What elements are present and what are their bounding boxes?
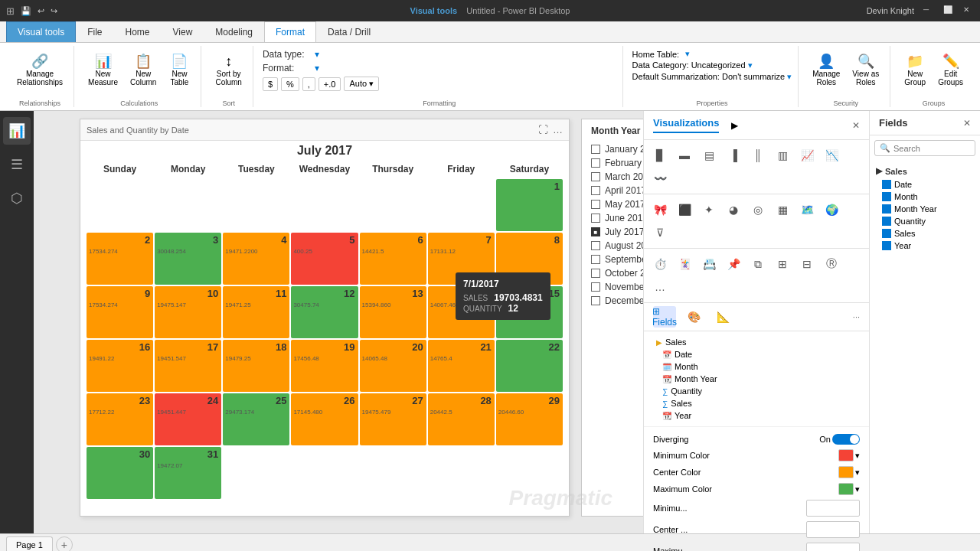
quick-access-redo[interactable]: ↪ xyxy=(51,6,57,16)
field-cb-sales[interactable] xyxy=(882,229,891,238)
viz-icon-matrix[interactable]: ⊟ xyxy=(795,253,818,275)
calendar-cell[interactable]: 1019475.147 xyxy=(155,286,221,338)
new-column-btn[interactable]: 📋 NewColumn xyxy=(126,51,161,90)
viz-icon-pie[interactable]: ◕ xyxy=(722,199,745,220)
field-item-sales[interactable]: Sales xyxy=(876,227,974,240)
viz-icon-ribbon[interactable]: 🎀 xyxy=(648,199,671,220)
calendar-cell[interactable]: 330048.254 xyxy=(155,233,221,285)
sort-by-column-btn[interactable]: ↕️ Sort byColumn xyxy=(211,51,246,90)
calendar-cell[interactable]: 1619491.22 xyxy=(87,340,153,392)
calendar-cell[interactable]: 1 xyxy=(496,179,563,231)
month-checkbox[interactable] xyxy=(591,158,600,168)
month-filter-item[interactable]: September 2017 xyxy=(591,253,643,266)
viz-format-paint-btn[interactable]: 🎨 xyxy=(682,306,705,328)
field-cb-month[interactable] xyxy=(882,192,891,201)
fields-search[interactable]: 🔍 xyxy=(874,140,975,156)
month-filter-item[interactable]: May 2017 xyxy=(591,197,643,211)
calendar-cell[interactable]: 2617145.480 xyxy=(291,393,358,445)
field-cb-quantity[interactable] xyxy=(882,217,891,226)
dollar-btn[interactable]: $ xyxy=(263,77,278,91)
calendar-cell[interactable]: 1719451.547 xyxy=(155,340,221,392)
month-checkbox[interactable] xyxy=(591,282,600,292)
viz-icon-area[interactable]: 📉 xyxy=(820,145,843,166)
minimize-btn[interactable]: ─ xyxy=(923,5,934,16)
field-sales[interactable]: ∑ Sales xyxy=(659,397,860,409)
calendar-cell[interactable]: 2920446.60 xyxy=(496,393,563,445)
view-as-roles-btn[interactable]: 🔍 View asRoles xyxy=(848,51,884,90)
close-btn[interactable]: ✕ xyxy=(963,5,974,16)
month-checkbox[interactable] xyxy=(591,145,600,154)
tab-data-drill[interactable]: Data / Drill xyxy=(316,21,382,42)
month-checkbox[interactable] xyxy=(591,186,600,195)
viz-icon-more[interactable]: … xyxy=(648,276,671,298)
viz-icon-slicer[interactable]: ⧉ xyxy=(746,253,769,275)
calendar-cell[interactable]: 2719475.479 xyxy=(360,393,426,445)
add-page-btn[interactable]: + xyxy=(56,536,73,552)
maximize-btn[interactable]: ⬜ xyxy=(943,5,954,16)
calendar-cell[interactable]: 2014065.48 xyxy=(360,340,426,392)
calendar-cell[interactable]: 2419451.447 xyxy=(155,393,221,445)
month-checkbox[interactable] xyxy=(591,241,600,250)
tab-visual-tools[interactable]: Visual tools xyxy=(6,21,76,42)
month-checkbox[interactable] xyxy=(591,269,600,278)
month-filter-item[interactable]: November 2017 xyxy=(591,280,643,294)
month-filter-item[interactable]: August 2017 xyxy=(591,239,643,253)
calendar-cell[interactable] xyxy=(360,447,426,499)
format-value[interactable]: ▾ xyxy=(315,63,319,73)
viz-icon-scatter[interactable]: ✦ xyxy=(697,199,720,220)
calendar-cell[interactable] xyxy=(291,447,358,499)
calendar-cell[interactable]: 1917456.48 xyxy=(291,340,358,392)
field-cb-month-year[interactable] xyxy=(882,204,891,214)
field-month-year[interactable]: 📆 Month Year xyxy=(659,373,860,385)
fields-search-input[interactable] xyxy=(893,144,970,153)
viz-icon-map[interactable]: 🗺️ xyxy=(795,199,818,220)
calendar-cell[interactable]: 917534.274 xyxy=(87,286,153,338)
tab-modeling[interactable]: Modeling xyxy=(204,21,264,42)
viz-icon-kpi[interactable]: 📌 xyxy=(722,253,745,275)
field-month[interactable]: 🗓️ Month xyxy=(659,360,860,373)
max-color-swatch-group[interactable]: ▾ xyxy=(838,483,860,495)
viz-icon-r-visual[interactable]: Ⓡ xyxy=(820,253,843,275)
increase-decimal-btn[interactable]: +.0 xyxy=(318,77,341,91)
field-item-year[interactable]: Year xyxy=(876,240,974,252)
maximum-input[interactable] xyxy=(806,543,860,551)
calendar-cell[interactable] xyxy=(428,179,495,231)
calendar-cell[interactable]: 22 xyxy=(496,340,563,392)
percent-btn[interactable]: % xyxy=(281,77,299,91)
month-filter-item[interactable]: December 2017 xyxy=(591,294,643,308)
month-filter-item[interactable]: June 2017 xyxy=(591,211,643,225)
tab-file[interactable]: File xyxy=(76,21,113,42)
ellipsis-icon[interactable]: … xyxy=(553,124,563,135)
field-cb-year[interactable] xyxy=(882,241,891,250)
auto-btn[interactable]: Auto ▾ xyxy=(344,77,379,91)
calendar-cell[interactable]: 2317712.22 xyxy=(87,393,153,445)
tab-visualizations[interactable]: Visualizations xyxy=(653,117,719,133)
viz-icon-clustered-bar[interactable]: ▬ xyxy=(673,145,696,166)
quick-access-undo[interactable]: ↩ xyxy=(38,6,44,16)
viz-icon-stacked-bar[interactable]: ▊ xyxy=(648,145,671,166)
calendar-cell[interactable]: 2529473.174 xyxy=(223,393,289,445)
calendar-cell[interactable]: 2114765.4 xyxy=(428,340,495,392)
viz-icon-multi-row-card[interactable]: 📇 xyxy=(697,253,720,275)
calendar-cell[interactable] xyxy=(87,179,153,231)
field-date[interactable]: 📅 Date xyxy=(659,348,860,360)
viz-icon-stacked-col[interactable]: ▐ xyxy=(722,145,745,166)
month-checkbox[interactable] xyxy=(591,296,600,305)
diverging-toggle[interactable] xyxy=(832,434,860,445)
viz-icon-line-clustered[interactable]: 〰️ xyxy=(648,168,671,189)
calendar-cell[interactable] xyxy=(223,179,289,231)
center-color-swatch[interactable] xyxy=(838,466,854,478)
calendar-cell[interactable] xyxy=(223,447,289,499)
viz-icon-table[interactable]: ⊞ xyxy=(771,253,794,275)
calendar-cell[interactable] xyxy=(155,179,221,231)
field-quantity[interactable]: ∑ Quantity xyxy=(659,385,860,397)
center-input[interactable] xyxy=(806,521,860,538)
data-type-value[interactable]: ▾ xyxy=(315,49,319,60)
calendar-cell[interactable]: 1230475.74 xyxy=(291,286,358,338)
calendar-cell[interactable]: 30 xyxy=(87,447,153,499)
calendar-cell[interactable]: 419471.2200 xyxy=(223,233,289,285)
viz-panel-close[interactable]: ✕ xyxy=(852,120,860,131)
tab-format[interactable]: Format xyxy=(264,21,316,42)
field-item-month-year[interactable]: Month Year xyxy=(876,203,974,215)
expand-icon[interactable]: ⛶ xyxy=(538,124,548,135)
